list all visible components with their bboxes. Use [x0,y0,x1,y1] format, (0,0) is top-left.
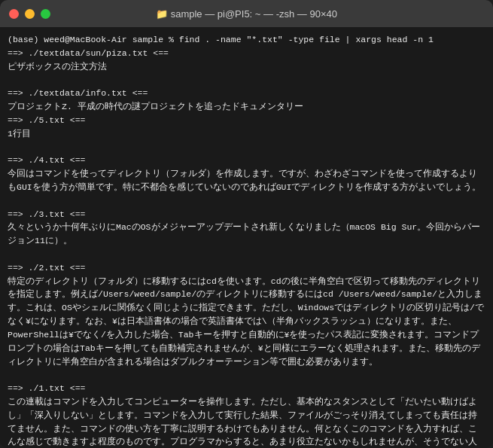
terminal-window: 📁 sample — pi@PI5: ~ — -zsh — 90×40 (bas… [0,0,493,448]
folder-icon: 📁 [156,8,171,20]
maximize-button[interactable] [41,9,50,19]
window-title: 📁 sample — pi@PI5: ~ — -zsh — 90×40 [156,8,337,20]
close-button[interactable] [9,9,19,19]
terminal-output: (base) weed@MacBook-Air sample % find . … [8,33,485,448]
titlebar: 📁 sample — pi@PI5: ~ — -zsh — 90×40 [0,0,493,27]
traffic-lights [9,9,50,19]
terminal-body[interactable]: (base) weed@MacBook-Air sample % find . … [0,27,493,448]
minimize-button[interactable] [25,9,35,19]
